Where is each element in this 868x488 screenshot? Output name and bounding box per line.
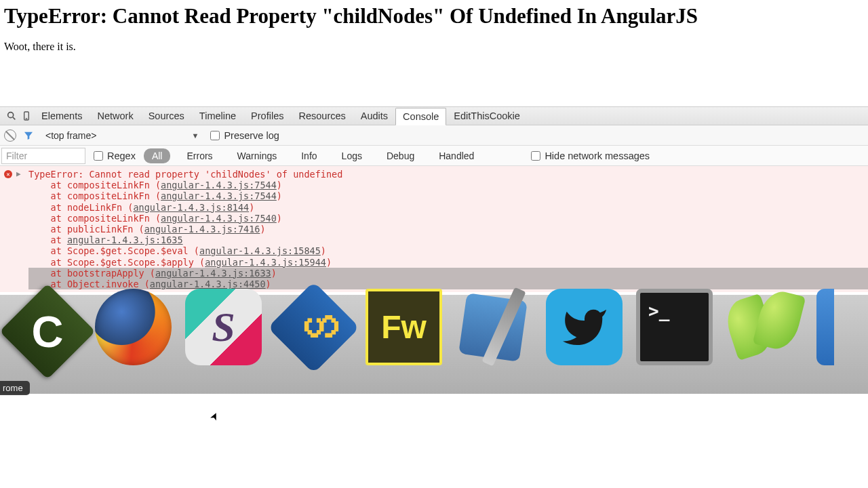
dock-xcode-icon[interactable] bbox=[456, 289, 532, 365]
error-expand-toggle[interactable]: ▶ bbox=[16, 169, 21, 180]
tab-timeline[interactable]: Timeline bbox=[192, 107, 243, 125]
tab-audits[interactable]: Audits bbox=[353, 107, 395, 125]
filter-all[interactable]: All bbox=[144, 148, 171, 163]
search-icon[interactable] bbox=[4, 107, 19, 125]
hide-network-input[interactable] bbox=[531, 151, 540, 161]
svg-line-1 bbox=[13, 117, 15, 119]
tab-editthiscookie[interactable]: EditThisCookie bbox=[446, 107, 528, 125]
error-message: TypeError: Cannot read property 'childNo… bbox=[28, 169, 868, 180]
regex-label: Regex bbox=[107, 150, 136, 161]
filter-logs[interactable]: Logs bbox=[334, 148, 370, 163]
source-link[interactable]: angular-1.4.3.js:1635 bbox=[67, 235, 183, 245]
dock-firefox-icon[interactable] bbox=[95, 289, 172, 365]
filter-warnings[interactable]: Warnings bbox=[229, 148, 285, 163]
hide-network-checkbox[interactable]: Hide network messages bbox=[531, 150, 650, 161]
console-toolbar: <top frame> ▼ Preserve log bbox=[0, 125, 868, 146]
source-link[interactable]: angular-1.4.3.js:15845 bbox=[199, 245, 321, 256]
svg-point-0 bbox=[8, 113, 14, 118]
clear-console-icon[interactable] bbox=[4, 129, 16, 142]
dock-twitter-icon[interactable] bbox=[546, 289, 623, 365]
preserve-log-label: Preserve log bbox=[224, 130, 279, 141]
frame-selector[interactable]: <top frame> ▼ bbox=[41, 128, 203, 143]
filter-handled[interactable]: Handled bbox=[431, 148, 482, 163]
dock-app-label: rome bbox=[0, 381, 30, 395]
regex-input[interactable] bbox=[94, 151, 103, 161]
filter-debug[interactable]: Debug bbox=[378, 148, 422, 163]
dock-partial-icon[interactable] bbox=[816, 289, 834, 365]
tab-resources[interactable]: Resources bbox=[291, 107, 353, 125]
source-link[interactable]: angular-1.4.3.js:15944 bbox=[205, 257, 326, 268]
page-title: TypeError: Cannot Read Property "childNo… bbox=[4, 4, 864, 28]
mouse-cursor-icon: ➤ bbox=[208, 409, 222, 422]
devtools-tabbar: Elements Network Sources Timeline Profil… bbox=[0, 106, 868, 125]
console-filter-bar: Regex All Errors Warnings Info Logs Debu… bbox=[0, 146, 868, 166]
source-link[interactable]: angular-1.4.3.js:7416 bbox=[144, 224, 260, 235]
filter-info[interactable]: Info bbox=[293, 148, 325, 163]
source-link[interactable]: angular-1.4.3.js:7544 bbox=[161, 190, 277, 201]
tab-console[interactable]: Console bbox=[395, 108, 446, 125]
tab-elements[interactable]: Elements bbox=[34, 107, 90, 125]
filter-toggle-icon[interactable] bbox=[23, 130, 34, 141]
stack-frame: at angular-1.4.3.js:1635 bbox=[28, 235, 868, 245]
source-link[interactable]: angular-1.4.3.js:7540 bbox=[161, 213, 277, 224]
dock-fireworks-icon[interactable]: Fw bbox=[366, 289, 442, 365]
chevron-down-icon: ▼ bbox=[192, 131, 199, 140]
stack-frame: at publicLinkFn (angular-1.4.3.js:7416) bbox=[28, 224, 868, 235]
dock-slack-icon[interactable]: S bbox=[185, 289, 262, 365]
stack-frame: at compositeLinkFn (angular-1.4.3.js:754… bbox=[28, 180, 868, 190]
filter-input[interactable] bbox=[1, 148, 85, 164]
stack-frame: at nodeLinkFn (angular-1.4.3.js:8144) bbox=[28, 202, 868, 213]
hide-network-label: Hide network messages bbox=[545, 150, 650, 161]
devtools-panel: Elements Network Sources Timeline Profil… bbox=[0, 106, 868, 292]
stack-frame: at Scope.$get.Scope.$apply (angular-1.4.… bbox=[28, 257, 868, 268]
dock-camtasia-icon[interactable]: C bbox=[0, 283, 96, 379]
tab-sources[interactable]: Sources bbox=[141, 107, 192, 125]
frame-selector-value: <top frame> bbox=[45, 130, 97, 141]
tab-profiles[interactable]: Profiles bbox=[243, 107, 291, 125]
tab-network[interactable]: Network bbox=[90, 107, 140, 125]
stack-frame: at compositeLinkFn (angular-1.4.3.js:754… bbox=[28, 213, 868, 224]
macos-dock: C S ဟ Fw >_ bbox=[0, 270, 868, 394]
source-link[interactable]: angular-1.4.3.js:7544 bbox=[161, 180, 277, 190]
stack-frame: at Scope.$get.Scope.$eval (angular-1.4.3… bbox=[28, 245, 868, 256]
dock-terminal-icon[interactable]: >_ bbox=[636, 289, 713, 365]
device-icon[interactable] bbox=[19, 107, 34, 125]
error-icon: ✕ bbox=[4, 170, 12, 178]
dock-leaves-icon[interactable] bbox=[726, 289, 803, 365]
filter-errors[interactable]: Errors bbox=[178, 148, 220, 163]
dock-knot-icon[interactable]: ဟ bbox=[260, 273, 368, 382]
source-link[interactable]: angular-1.4.3.js:8144 bbox=[133, 202, 249, 213]
stack-frame: at compositeLinkFn (angular-1.4.3.js:754… bbox=[28, 190, 868, 201]
regex-checkbox[interactable]: Regex bbox=[94, 150, 136, 161]
preserve-log-checkbox[interactable]: Preserve log bbox=[210, 130, 279, 141]
page-body-text: Woot, there it is. bbox=[4, 41, 864, 53]
preserve-log-input[interactable] bbox=[210, 131, 220, 140]
